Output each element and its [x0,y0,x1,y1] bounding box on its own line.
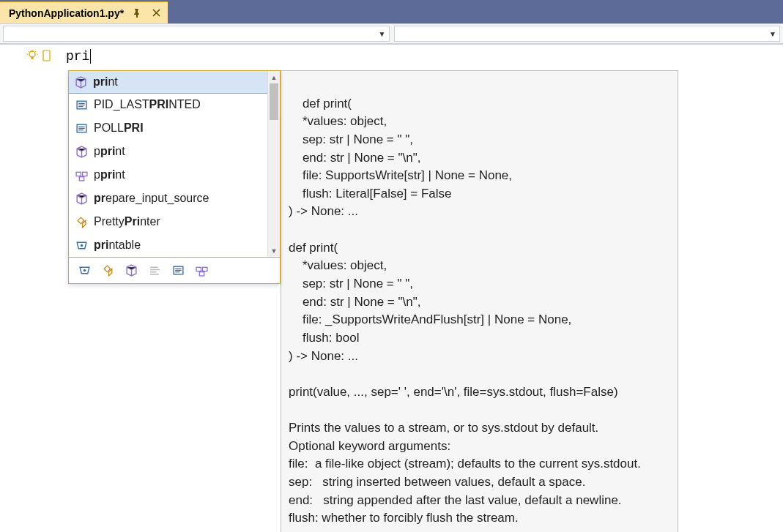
class-icon [75,215,88,228]
variable-icon [75,239,88,252]
tab-bar: PythonApplication1.py* [0,0,783,23]
lightbulb-icon[interactable] [26,50,38,61]
intellisense-item-label: PrettyPrinter [94,215,160,228]
scroll-thumb[interactable] [270,83,278,120]
navigation-bar: ▼ ▼ [0,23,783,44]
filter-class-icon[interactable] [101,264,114,277]
filter-snippet-icon[interactable] [148,264,161,277]
intellisense-list[interactable]: printPID_LASTPRINTEDPOLLPRIpprintpprintp… [69,71,280,257]
pin-icon[interactable] [131,7,143,19]
editor-gutter [0,45,51,532]
cube-icon [75,192,88,205]
text-cursor [90,49,91,64]
intellisense-item[interactable]: POLLPRI [69,116,280,140]
intellisense-item-label: print [93,75,118,89]
scope-combo[interactable]: ▼ [3,26,390,42]
cube-icon [74,75,87,89]
bookmark-icon[interactable] [42,50,51,61]
svg-point-15 [83,269,85,271]
tab-active[interactable]: PythonApplication1.py* [0,1,168,23]
cube-icon [75,145,88,158]
intellisense-item-label: printable [94,239,141,252]
constant-icon [75,98,88,111]
filter-cube-icon[interactable] [125,264,138,277]
intellisense-item[interactable]: print [69,71,280,94]
chevron-down-icon: ▼ [379,30,386,38]
svg-rect-25 [202,267,207,271]
filter-variable-icon[interactable] [78,264,91,277]
svg-rect-26 [199,272,204,276]
constant-icon [75,121,88,135]
intellisense-item[interactable]: pprint [69,163,280,187]
filter-constant-icon[interactable] [171,264,185,277]
svg-rect-11 [76,172,81,176]
intellisense-item-label: prepare_input_source [94,192,209,205]
svg-point-14 [80,244,82,246]
svg-rect-2 [43,50,50,61]
editor[interactable]: pri printPID_LASTPRINTEDPOLLPRIpprintppr… [0,44,783,532]
intellisense-filter-bar [69,257,280,283]
close-icon[interactable] [150,7,162,19]
typed-text: pri [66,49,89,64]
tab-title: PythonApplication1.py* [9,7,124,19]
intellisense-item-label: pprint [94,168,125,181]
svg-rect-1 [31,57,34,59]
svg-rect-12 [82,172,86,176]
intellisense-item-label: pprint [94,145,125,158]
intellisense-popup: printPID_LASTPRINTEDPOLLPRIpprintpprintp… [68,70,281,284]
intellisense-item[interactable]: PID_LASTPRINTED [69,93,280,116]
scrollbar[interactable]: ▲▼ [267,71,280,257]
tooltip-text: def print( *values: object, sep: str | N… [289,97,641,525]
chevron-down-icon: ▼ [769,30,776,38]
intellisense-item[interactable]: pprint [69,140,280,163]
intellisense-item[interactable]: printable [69,233,280,257]
svg-rect-24 [196,267,201,271]
svg-point-0 [29,51,35,57]
svg-rect-13 [79,176,84,180]
intellisense-item[interactable]: prepare_input_source [69,187,280,210]
module-icon [75,168,88,181]
scroll-down-icon[interactable]: ▼ [268,244,280,257]
filter-module-icon[interactable] [195,264,208,277]
member-combo[interactable]: ▼ [394,26,781,42]
intellisense-item-label: PID_LASTPRINTED [94,98,201,111]
intellisense-item-label: POLLPRI [94,121,144,135]
scroll-up-icon[interactable]: ▲ [268,71,280,83]
code-line-1[interactable]: pri [66,49,91,64]
intellisense-item[interactable]: PrettyPrinter [69,210,280,233]
signature-tooltip: def print( *values: object, sep: str | N… [281,70,678,532]
